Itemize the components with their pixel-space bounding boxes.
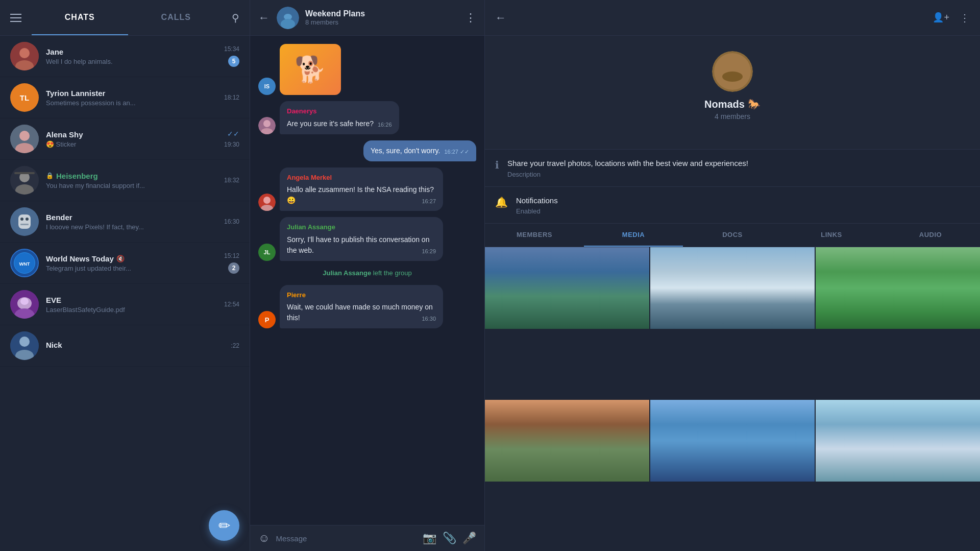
chat-time: 16:30 bbox=[224, 218, 239, 225]
svg-rect-10 bbox=[14, 172, 35, 174]
media-item[interactable] bbox=[485, 247, 649, 412]
chat-meta: 15:34 5 bbox=[224, 45, 239, 67]
chat-list: Jane Well I do help animals. 15:34 5 TL … bbox=[0, 36, 250, 551]
mute-icon: 🔇 bbox=[116, 255, 125, 262]
chat-preview: Sometimes possession is an... bbox=[46, 99, 220, 107]
chat-info: Bender I looove new Pixels! If fact, the… bbox=[46, 213, 220, 231]
list-item[interactable]: EVE LaserBlastSafetyGuide.pdf 12:54 bbox=[0, 284, 250, 325]
list-item[interactable]: Jane Well I do help animals. 15:34 5 bbox=[0, 36, 250, 77]
message-time: 16:27 ✓✓ bbox=[444, 148, 469, 156]
list-item[interactable]: Nick :22 bbox=[0, 325, 250, 367]
chat-meta: ✓✓ 19:30 bbox=[224, 130, 239, 148]
left-header: CHATS CALLS ⚲ bbox=[0, 0, 250, 36]
message-bubble: Pierre Wait, we could have made so much … bbox=[280, 285, 443, 329]
chat-header: ← Weekend Plans 8 members ⋮ bbox=[250, 0, 484, 36]
svg-point-38 bbox=[722, 71, 743, 82]
info-row: 🔔 Notifications Enabled bbox=[495, 195, 970, 215]
chat-name: Alena Shy bbox=[46, 130, 220, 139]
hamburger-menu[interactable] bbox=[10, 14, 21, 22]
chat-preview: Telegram just updated their... bbox=[46, 265, 220, 272]
svg-point-31 bbox=[263, 120, 271, 127]
message-row: Angela Merkel Hallo alle zusammen! Is th… bbox=[258, 167, 476, 211]
sender-avatar: P bbox=[258, 311, 276, 328]
description-content: Share your travel photos, locations with… bbox=[507, 158, 748, 178]
search-button[interactable]: ⚲ bbox=[232, 12, 239, 24]
tab-media[interactable]: MEDIA bbox=[584, 224, 683, 247]
chat-info: 🔒 Heisenberg You have my financial suppo… bbox=[46, 172, 220, 189]
chat-info: EVE LaserBlastSafetyGuide.pdf bbox=[46, 296, 220, 314]
message-bubble: Daenerys Are you sure it's safe here? 16… bbox=[280, 101, 399, 134]
svg-text:WNT: WNT bbox=[19, 261, 30, 267]
sender-name: Angela Merkel bbox=[287, 173, 436, 183]
media-item[interactable] bbox=[650, 400, 815, 552]
chat-meta: 18:32 bbox=[224, 177, 239, 184]
more-options-button[interactable]: ⋮ bbox=[960, 12, 970, 24]
svg-rect-13 bbox=[20, 218, 23, 221]
messages-area: IS 🐕 Daenerys Are you sure it's safe her… bbox=[250, 36, 484, 525]
emoji-button[interactable]: ☺ bbox=[258, 532, 270, 545]
tab-calls[interactable]: CALLS bbox=[128, 0, 225, 35]
message-bubble: Julian Assange Sorry, I'll have to publi… bbox=[280, 217, 443, 261]
notifications-title: Notifications bbox=[516, 195, 558, 207]
tab-chats[interactable]: CHATS bbox=[32, 0, 128, 35]
chat-name: World News Today 🔇 bbox=[46, 254, 220, 263]
avatar bbox=[10, 207, 39, 236]
message-row: Daenerys Are you sure it's safe here? 16… bbox=[258, 101, 476, 134]
media-item[interactable] bbox=[485, 400, 649, 552]
group-avatar bbox=[277, 7, 299, 29]
list-item[interactable]: WNT World News Today 🔇 Telegram just upd… bbox=[0, 243, 250, 284]
tab-links[interactable]: LINKS bbox=[782, 224, 881, 247]
svg-point-1 bbox=[19, 48, 30, 58]
message-row: IS 🐕 bbox=[258, 44, 476, 95]
chat-name: Nick bbox=[46, 341, 227, 349]
lock-icon: 🔒 bbox=[46, 172, 54, 179]
message-bubble: Yes, sure, don't worry. 16:27 ✓✓ bbox=[363, 140, 476, 161]
camera-button[interactable]: 📷 bbox=[423, 532, 436, 545]
attach-button[interactable]: 📎 bbox=[443, 532, 456, 545]
sender-avatar bbox=[258, 194, 276, 211]
avatar bbox=[10, 42, 39, 70]
list-item[interactable]: 🔒 Heisenberg You have my financial suppo… bbox=[0, 160, 250, 201]
description-label: Description bbox=[507, 171, 748, 178]
chat-time: 15:12 bbox=[224, 252, 239, 259]
message-input[interactable] bbox=[276, 534, 416, 543]
message-time: 16:27 bbox=[422, 197, 436, 206]
tab-docs[interactable]: DOCS bbox=[683, 224, 782, 247]
chat-time: :22 bbox=[231, 342, 239, 349]
chat-name: Bender bbox=[46, 213, 220, 222]
avatar: WNT bbox=[10, 249, 39, 277]
avatar bbox=[10, 125, 39, 153]
list-item[interactable]: Bender I looove new Pixels! If fact, the… bbox=[0, 201, 250, 243]
message-bubble: Angela Merkel Hallo alle zusammen! Is th… bbox=[280, 167, 443, 211]
media-item[interactable] bbox=[816, 400, 980, 552]
add-member-button[interactable]: 👤+ bbox=[933, 12, 949, 24]
tab-audio[interactable]: AUDIO bbox=[881, 224, 980, 247]
svg-point-24 bbox=[19, 337, 30, 347]
list-item[interactable]: TL Tyrion Lannister Sometimes possession… bbox=[0, 77, 250, 118]
message-row: Yes, sure, don't worry. 16:27 ✓✓ bbox=[258, 140, 476, 161]
chat-info: Nick bbox=[46, 341, 227, 351]
avatar bbox=[10, 166, 39, 195]
compose-button[interactable]: ✏ bbox=[209, 510, 239, 541]
media-item[interactable] bbox=[650, 247, 815, 412]
middle-panel: ← Weekend Plans 8 members ⋮ IS 🐕 bbox=[250, 0, 485, 551]
svg-point-28 bbox=[281, 19, 295, 29]
mic-button[interactable]: 🎤 bbox=[462, 532, 476, 545]
left-panel: CHATS CALLS ⚲ Jane Well I do help animal… bbox=[0, 0, 250, 551]
sender-avatar: JL bbox=[258, 244, 276, 261]
media-grid bbox=[485, 247, 980, 551]
more-options-button[interactable]: ⋮ bbox=[465, 11, 476, 25]
header-actions: 👤+ ⋮ bbox=[933, 12, 970, 24]
back-button[interactable]: ← bbox=[495, 11, 506, 25]
system-message: Julian Assange left the group bbox=[258, 267, 476, 279]
avatar: TL bbox=[10, 83, 39, 112]
chat-meta: 12:54 bbox=[224, 301, 239, 308]
media-item[interactable] bbox=[816, 247, 980, 412]
chat-time: 12:54 bbox=[224, 301, 239, 308]
tab-members[interactable]: MEMBERS bbox=[485, 224, 584, 247]
group-avatar bbox=[712, 51, 753, 92]
list-item[interactable]: Alena Shy 😍 Sticker ✓✓ 19:30 bbox=[0, 118, 250, 160]
svg-rect-15 bbox=[20, 224, 29, 225]
notifications-section: 🔔 Notifications Enabled bbox=[485, 187, 980, 224]
back-button[interactable]: ← bbox=[258, 11, 270, 25]
